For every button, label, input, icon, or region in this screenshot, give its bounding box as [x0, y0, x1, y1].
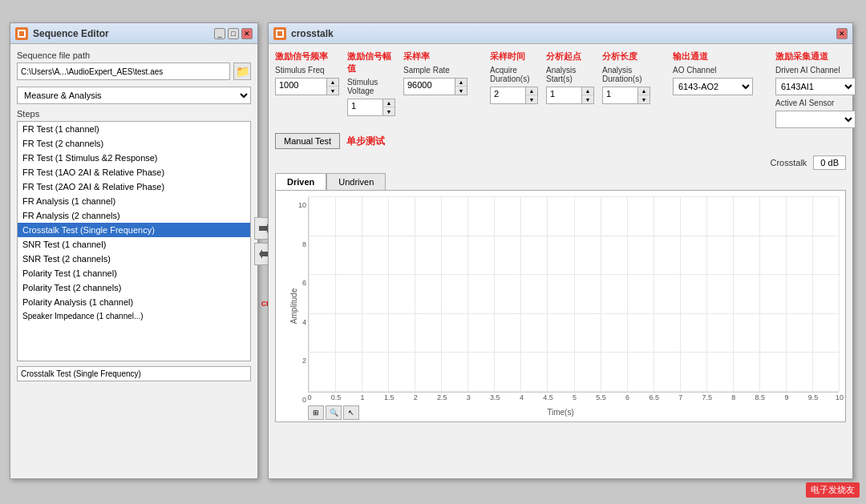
- sample-rate-up[interactable]: ▲: [455, 79, 467, 87]
- x-tick-65: 6.5: [649, 392, 659, 401]
- analysis-dur-block: 分析长度 Analysis Duration(s) 1 ▲ ▼: [602, 50, 650, 128]
- stimulus-volt-input[interactable]: 1 ▲ ▼: [347, 99, 395, 116]
- folder-button[interactable]: 📁: [233, 62, 251, 80]
- grid-v-3: 3: [467, 197, 468, 392]
- list-item[interactable]: Polarity Test (1 channel): [18, 266, 250, 280]
- tab-driven[interactable]: Driven: [275, 173, 326, 190]
- acquire-dur-block: 采样时间 Acquire Duration(s) 2 ▲ ▼: [490, 50, 538, 128]
- active-ai-sensor-label: Active AI Sensor: [775, 99, 856, 107]
- acquire-dur-up[interactable]: ▲: [526, 87, 537, 95]
- file-path-input[interactable]: [17, 62, 230, 80]
- stimulus-freq-block: 激励信号频率 Stimulus Freq 1000 ▲ ▼: [275, 50, 339, 128]
- chart-tool-cursor[interactable]: ↖: [343, 405, 359, 420]
- analysis-start-block: 分析起点 Analysis Start(s) 1 ▲ ▼: [546, 50, 594, 128]
- list-item[interactable]: FR Test (1 Stimulus &2 Response): [18, 151, 250, 165]
- chart-tool-zoom[interactable]: ⊞: [308, 405, 324, 420]
- analysis-start-up[interactable]: ▲: [582, 87, 593, 95]
- grid-v-85: 8.5: [759, 197, 760, 392]
- list-item[interactable]: Polarity Test (2 channels): [18, 280, 250, 295]
- crosstalk-body: 激励信号频率 Stimulus Freq 1000 ▲ ▼ 激励信号幅值 Sti…: [269, 44, 852, 429]
- ao-channel-select[interactable]: 6143-AO2: [673, 78, 753, 95]
- stimulus-freq-input[interactable]: 1000 ▲ ▼: [275, 78, 339, 95]
- tabs-row: Driven Undriven: [275, 173, 846, 190]
- analysis-dur-input[interactable]: 1 ▲ ▼: [602, 87, 650, 104]
- grid-v-10: 10: [839, 197, 840, 392]
- analysis-dur-value[interactable]: 1: [603, 87, 637, 103]
- grid-v-1: 1: [362, 197, 362, 392]
- acquire-dur-input[interactable]: 2 ▲ ▼: [490, 87, 538, 104]
- list-item[interactable]: FR Test (2 channels): [18, 136, 250, 151]
- seq-editor-icon-inner: [18, 30, 26, 38]
- seq-editor-title: Sequence Editor: [33, 28, 209, 39]
- list-item[interactable]: FR Test (1AO 2AI & Relative Phase): [18, 165, 250, 179]
- sample-rate-input[interactable]: 96000 ▲ ▼: [403, 78, 467, 95]
- seq-editor-titlebar: Sequence Editor _ □ ✕: [10, 23, 257, 44]
- crosstalk-close-button[interactable]: ✕: [836, 28, 848, 39]
- x-tick-5: 5: [573, 392, 577, 401]
- measure-dropdown-row: Measure & Analysis: [17, 87, 251, 104]
- stimulus-volt-arrows: ▲ ▼: [382, 99, 395, 115]
- ao-channel-cn-label: 输出通道: [673, 50, 753, 62]
- analysis-dur-up[interactable]: ▲: [638, 87, 650, 95]
- acquire-dur-value[interactable]: 2: [491, 87, 525, 103]
- list-item[interactable]: Speaker Impedance (1 channel...): [18, 309, 250, 323]
- params-section: 激励信号频率 Stimulus Freq 1000 ▲ ▼ 激励信号幅值 Sti…: [275, 50, 846, 128]
- driven-ai-select[interactable]: 6143AI1: [775, 78, 856, 95]
- grid-v-7: 7: [680, 197, 681, 392]
- analysis-dur-down[interactable]: ▼: [638, 95, 650, 103]
- x-tick-8: 8: [731, 392, 735, 401]
- close-button[interactable]: ✕: [241, 28, 253, 39]
- x-tick-6: 6: [625, 392, 629, 401]
- x-tick-45: 4.5: [543, 392, 553, 401]
- grid-v-8: 8: [733, 197, 734, 392]
- list-item[interactable]: FR Test (1 channel): [18, 122, 250, 136]
- y-tick-2: 2: [302, 357, 309, 365]
- minimize-button[interactable]: _: [214, 28, 225, 39]
- analysis-start-down[interactable]: ▼: [582, 95, 593, 103]
- grid-v-2: 2: [415, 197, 415, 392]
- steps-list-container[interactable]: FR Test (1 channel) FR Test (2 channels)…: [17, 121, 251, 361]
- steps-label: Steps: [17, 109, 251, 119]
- grid-v-9: 9: [786, 197, 787, 392]
- seq-editor-icon: [15, 27, 28, 40]
- analysis-start-input[interactable]: 1 ▲ ▼: [546, 87, 594, 104]
- chart-tool-pan[interactable]: 🔍: [326, 405, 342, 420]
- maximize-button[interactable]: □: [228, 28, 239, 39]
- crosstalk-controls: ✕: [836, 28, 848, 39]
- sample-rate-down[interactable]: ▼: [455, 87, 467, 95]
- x-tick-55: 5.5: [596, 392, 606, 401]
- stimulus-volt-down[interactable]: ▼: [383, 107, 395, 115]
- stimulus-volt-label: Stimulus Voltage: [347, 78, 395, 95]
- stimulus-freq-up[interactable]: ▲: [327, 79, 338, 87]
- watermark: 电子发烧友: [806, 482, 860, 498]
- list-item[interactable]: FR Analysis (1 channel): [18, 194, 250, 208]
- grid-v-65: 6.5: [654, 197, 654, 392]
- acquire-dur-down[interactable]: ▼: [526, 95, 537, 103]
- sample-rate-block: 采样率 Sample Rate 96000 ▲ ▼: [403, 50, 467, 128]
- analysis-start-label: Analysis Start(s): [546, 66, 594, 83]
- list-item-selected[interactable]: Crosstalk Test (Single Frequency): [18, 223, 250, 237]
- x-tick-3: 3: [467, 392, 471, 401]
- stimulus-volt-up[interactable]: ▲: [383, 99, 395, 107]
- x-tick-05: 0.5: [331, 392, 342, 401]
- stimulus-volt-value[interactable]: 1: [348, 99, 382, 115]
- tab-undriven[interactable]: Undriven: [326, 173, 386, 190]
- list-item[interactable]: SNR Test (2 channels): [18, 252, 250, 266]
- analysis-start-value[interactable]: 1: [547, 87, 581, 103]
- x-tick-9: 9: [784, 392, 788, 401]
- list-item[interactable]: Polarity Analysis (1 channel): [18, 295, 250, 309]
- list-item[interactable]: FR Analysis (2 channels): [18, 208, 250, 223]
- steps-container: FR Test (1 channel) FR Test (2 channels)…: [17, 121, 251, 361]
- list-item[interactable]: SNR Test (1 channel): [18, 237, 250, 252]
- seq-editor-controls: _ □ ✕: [214, 28, 253, 39]
- stimulus-freq-down[interactable]: ▼: [327, 87, 338, 95]
- active-ai-sensor-select[interactable]: [775, 111, 856, 128]
- stimulus-freq-value[interactable]: 1000: [276, 79, 326, 95]
- sample-rate-value[interactable]: 96000: [404, 79, 455, 95]
- list-item[interactable]: FR Test (2AO 2AI & Relative Phase): [18, 179, 250, 194]
- x-axis-label: Time(s): [547, 408, 574, 417]
- manual-test-button[interactable]: Manual Test: [275, 133, 340, 149]
- grid-v-6: 6: [627, 197, 628, 392]
- measure-dropdown[interactable]: Measure & Analysis: [17, 87, 251, 104]
- grid-v-35: 3.5: [494, 197, 495, 392]
